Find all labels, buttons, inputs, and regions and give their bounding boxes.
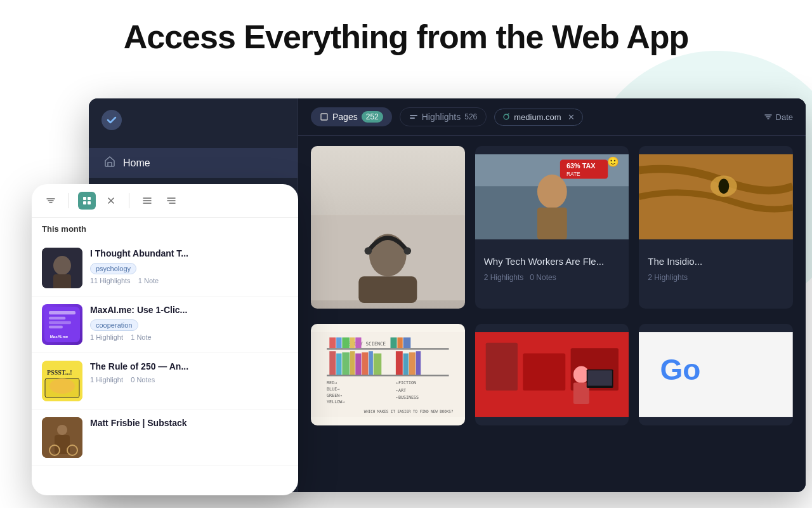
card-insidious[interactable]: The Insidio... 2 Highlights bbox=[639, 146, 793, 309]
svg-rect-69 bbox=[53, 274, 71, 288]
svg-rect-7 bbox=[358, 276, 417, 303]
svg-rect-39 bbox=[374, 353, 382, 374]
card-meta-insidious: 2 Highlights bbox=[648, 273, 784, 282]
pages-count-badge: 252 bbox=[362, 111, 383, 123]
item-content-1: MaxAI.me: Use 1-Clic... cooperation 1 Hi… bbox=[90, 304, 288, 341]
card-highlights-insidious: 2 Highlights bbox=[648, 273, 688, 282]
card-image-bookshelf: HISTORY SCIENCE bbox=[311, 324, 465, 425]
svg-rect-29 bbox=[397, 337, 402, 348]
svg-rect-74 bbox=[49, 326, 63, 328]
svg-point-4 bbox=[369, 234, 407, 276]
toolbar-sort-btn[interactable] bbox=[42, 192, 60, 210]
item-tag-psychology: psychology bbox=[90, 263, 136, 274]
mobile-list-item-3[interactable]: Matt Frisbie | Substack bbox=[32, 410, 298, 466]
tabs-bar: Pages 252 Highlights 526 medium.com ✕ bbox=[298, 98, 806, 136]
card-body-insidious: The Insidio... 2 Highlights bbox=[639, 248, 793, 290]
svg-point-10 bbox=[537, 175, 567, 209]
card-meta-tech: 2 Highlights 0 Notes bbox=[484, 273, 620, 282]
svg-rect-22 bbox=[327, 348, 449, 350]
svg-rect-24 bbox=[336, 337, 341, 348]
mobile-list-item-0[interactable]: I Thought Abundant T... psychology 11 Hi… bbox=[32, 240, 298, 297]
svg-rect-34 bbox=[342, 352, 350, 374]
item-content-3: Matt Frisbie | Substack bbox=[90, 417, 288, 432]
svg-rect-28 bbox=[391, 337, 397, 348]
svg-rect-63 bbox=[83, 197, 86, 200]
svg-text:WHICH MAKES IT EASIER TO FIND : WHICH MAKES IT EASIER TO FIND NEW BOOKS? bbox=[364, 410, 454, 413]
svg-text:YELLOW→: YELLOW→ bbox=[327, 399, 344, 404]
svg-rect-2 bbox=[410, 117, 415, 119]
mobile-list-item-1[interactable]: MaxAI.me MaxAI.me: Use 1-Clic... coopera… bbox=[32, 297, 298, 353]
svg-rect-55 bbox=[523, 353, 565, 391]
cards-grid-row2: HISTORY SCIENCE bbox=[298, 314, 806, 436]
toolbar-grid-btn[interactable] bbox=[78, 192, 96, 210]
item-highlights-2: 1 Highlight bbox=[90, 376, 123, 384]
card-body-tech: Why Tech Workers Are Fle... 2 Highlights… bbox=[475, 248, 629, 290]
svg-rect-11 bbox=[537, 208, 567, 239]
svg-point-5 bbox=[365, 247, 372, 255]
svg-text:Go: Go bbox=[660, 353, 701, 386]
filter-close-icon[interactable]: ✕ bbox=[568, 112, 575, 122]
svg-point-68 bbox=[53, 256, 71, 275]
svg-text:←BUSINESS: ←BUSINESS bbox=[396, 395, 419, 400]
item-meta-1: 1 Highlight 1 Note bbox=[90, 333, 288, 341]
item-title-3: Matt Frisbie | Substack bbox=[90, 417, 288, 429]
svg-rect-27 bbox=[355, 337, 361, 348]
highlights-tab-label: Highlights bbox=[422, 112, 461, 122]
card-image-tiger bbox=[639, 146, 793, 248]
svg-rect-64 bbox=[88, 197, 91, 200]
tab-pages[interactable]: Pages 252 bbox=[311, 107, 392, 126]
svg-rect-32 bbox=[329, 351, 336, 375]
month-label: This month bbox=[32, 218, 298, 240]
card-notes-tech: 0 Notes bbox=[530, 273, 556, 282]
svg-point-19 bbox=[719, 179, 730, 194]
svg-text:←FICTION: ←FICTION bbox=[396, 380, 416, 385]
toolbar-divider-2 bbox=[129, 193, 129, 208]
tab-highlights[interactable]: Highlights 526 bbox=[400, 107, 487, 126]
toolbar-close-btn[interactable] bbox=[102, 192, 120, 210]
mobile-toolbar bbox=[32, 184, 298, 218]
svg-text:PSSST...!: PSSST...! bbox=[47, 369, 72, 376]
svg-rect-23 bbox=[329, 337, 336, 348]
item-thumb-1: MaxAI.me bbox=[42, 304, 82, 345]
sort-label: Date bbox=[776, 112, 793, 122]
mobile-list-item-2[interactable]: PSSST...! The Rule of 250 — An... 1 High… bbox=[32, 353, 298, 410]
svg-rect-54 bbox=[485, 342, 517, 390]
svg-rect-72 bbox=[49, 317, 65, 319]
svg-rect-25 bbox=[342, 337, 350, 348]
item-notes-2: 0 Notes bbox=[131, 376, 155, 384]
item-title-1: MaxAI.me: Use 1-Clic... bbox=[90, 304, 288, 316]
card-red-scene[interactable] bbox=[475, 324, 629, 425]
svg-text:🙂: 🙂 bbox=[606, 156, 619, 168]
svg-text:RATE: RATE bbox=[566, 171, 580, 177]
card-tech-workers[interactable]: 63% TAX RATE 🙂 Why Tech Workers Are Fle.… bbox=[475, 146, 629, 309]
card-title-tech: Why Tech Workers Are Fle... bbox=[484, 255, 620, 268]
svg-rect-73 bbox=[49, 321, 71, 324]
toolbar-list-btn[interactable] bbox=[138, 192, 156, 210]
item-title-2: The Rule of 250 — An... bbox=[90, 361, 288, 372]
svg-text:63% TAX: 63% TAX bbox=[566, 162, 596, 170]
svg-rect-1 bbox=[410, 115, 417, 116]
app-logo-icon bbox=[102, 110, 122, 130]
card-bookshelf[interactable]: HISTORY SCIENCE bbox=[311, 324, 465, 425]
card-image-headphones bbox=[311, 146, 465, 309]
svg-rect-36 bbox=[355, 353, 361, 374]
svg-text:RED→: RED→ bbox=[327, 380, 337, 385]
highlights-count-badge: 526 bbox=[464, 112, 477, 121]
card-image-tech: 63% TAX RATE 🙂 bbox=[475, 146, 629, 248]
sidebar-item-home[interactable]: Home bbox=[89, 148, 298, 178]
card-image-google: Go bbox=[639, 324, 793, 425]
card-bad-habits[interactable]: Top 10 Bad Habits You Ne... habits 4 Hig… bbox=[311, 146, 465, 309]
sort-button[interactable]: Date bbox=[764, 112, 793, 122]
svg-rect-40 bbox=[396, 351, 403, 375]
card-google[interactable]: Go bbox=[639, 324, 793, 425]
filter-tag[interactable]: medium.com ✕ bbox=[494, 109, 582, 126]
item-thumb-3 bbox=[42, 417, 82, 458]
svg-text:←ART: ←ART bbox=[396, 387, 406, 392]
item-content-0: I Thought Abundant T... psychology 11 Hi… bbox=[90, 248, 288, 284]
svg-rect-26 bbox=[350, 337, 355, 348]
svg-text:BLUE→: BLUE→ bbox=[327, 387, 339, 392]
svg-rect-44 bbox=[327, 375, 449, 377]
toolbar-indent-btn[interactable] bbox=[162, 192, 180, 210]
mobile-card: This month I Thought Abundant T... psych… bbox=[32, 184, 298, 495]
item-thumb-2: PSSST...! bbox=[42, 361, 82, 401]
